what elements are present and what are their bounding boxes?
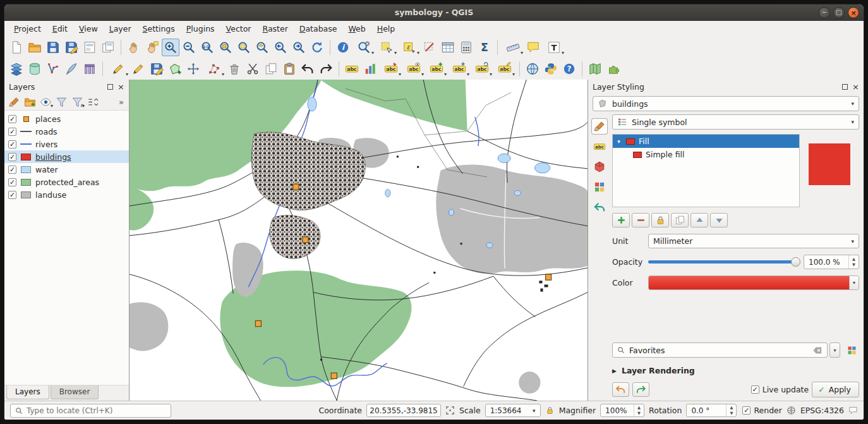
live-update-control[interactable]: ✓ Live update	[751, 385, 809, 394]
menu-plugins[interactable]: Plugins	[181, 22, 220, 35]
save-project-button[interactable]	[44, 39, 62, 56]
locate-bar[interactable]	[10, 404, 171, 418]
open-layer-styling-button[interactable]	[6, 94, 22, 109]
current-edits-button[interactable]: ▾	[107, 60, 129, 78]
lock-scale-icon[interactable]	[545, 406, 555, 415]
filter-legend-by-expression-button[interactable]: ▾	[69, 94, 85, 109]
symbol-search-box[interactable]	[612, 342, 828, 358]
slider-handle[interactable]	[791, 257, 800, 267]
clear-icon[interactable]	[812, 345, 823, 356]
menu-view[interactable]: View	[73, 22, 104, 35]
layer-checkbox[interactable]: ✓	[8, 191, 16, 199]
python-console-button[interactable]	[542, 60, 560, 78]
layer-checkbox[interactable]: ✓	[8, 140, 16, 148]
spin-arrows[interactable]: ▲▼	[634, 404, 644, 416]
layer-item-rivers[interactable]: ✓rivers	[4, 138, 129, 150]
extents-icon[interactable]	[445, 406, 455, 415]
pin-labels-button[interactable]: ▾	[380, 60, 402, 78]
layer-checkbox[interactable]: ✓	[8, 128, 16, 136]
copy-features-button[interactable]	[262, 60, 280, 78]
menu-layer[interactable]: Layer	[104, 22, 137, 35]
close-panel-icon[interactable]: ×	[118, 83, 124, 91]
osm-place-search-button[interactable]	[586, 60, 604, 78]
opacity-slider[interactable]	[648, 255, 799, 269]
float-panel-icon[interactable]	[107, 84, 113, 90]
layer-item-protected_areas[interactable]: ✓protected_areas	[4, 176, 129, 188]
duplicate-symbol-layer-button[interactable]	[671, 213, 689, 227]
show-layout-manager-button[interactable]	[99, 39, 117, 56]
diagrams-tab[interactable]	[592, 179, 607, 195]
deselect-features-button[interactable]	[421, 39, 438, 56]
close-button[interactable]: ×	[848, 7, 859, 18]
move-label-button[interactable]: ▾	[448, 60, 470, 78]
zoom-next-button[interactable]	[290, 39, 308, 56]
toolbar-overflow-icon[interactable]: »	[119, 97, 127, 107]
render-control[interactable]: ✓ Render	[742, 406, 782, 415]
menu-help[interactable]: Help	[371, 22, 401, 35]
menu-vector[interactable]: Vector	[220, 22, 257, 35]
rotate-label-button[interactable]: ▾	[471, 60, 493, 78]
style-manager-button[interactable]	[844, 343, 859, 358]
cut-features-button[interactable]	[244, 60, 262, 78]
spin-arrows[interactable]: ▲▼	[848, 255, 859, 269]
tab-layers[interactable]: Layers	[6, 385, 49, 399]
layer-rendering-section[interactable]: ▶ Layer Rendering	[612, 366, 859, 375]
messages-icon[interactable]	[848, 406, 858, 415]
filter-legend-button[interactable]	[54, 94, 69, 109]
symbology-tab[interactable]	[592, 119, 607, 134]
help-contents-button[interactable]	[560, 60, 578, 78]
map-tips-button[interactable]	[524, 39, 542, 56]
layer-checkbox[interactable]: ✓	[8, 115, 16, 123]
zoom-last-button[interactable]	[272, 39, 289, 56]
zoom-native-button[interactable]	[198, 39, 216, 56]
layer-item-roads[interactable]: ✓roads	[4, 125, 129, 138]
manage-map-themes-button[interactable]: ▾	[38, 94, 54, 109]
show-hide-labels-button[interactable]: ▾	[425, 60, 447, 78]
add-polygon-feature-button[interactable]	[166, 60, 184, 78]
menu-raster[interactable]: Raster	[256, 22, 293, 35]
renderer-combo[interactable]: Single symbol ▾	[612, 114, 859, 130]
view-3d-tab[interactable]	[592, 159, 607, 174]
measure-line-button[interactable]: ▾	[502, 39, 524, 56]
magnifier-spinbox[interactable]: 100% ▲▼	[600, 404, 644, 417]
open-data-source-manager-button[interactable]	[8, 60, 25, 78]
symbol-tree-item-fill[interactable]: ▾ Fill	[613, 135, 799, 148]
favorites-dropdown-button[interactable]: ▾	[829, 342, 840, 358]
layer-item-buildings[interactable]: ✓buildings	[4, 150, 129, 163]
symbol-search-input[interactable]	[629, 346, 809, 355]
scale-combo[interactable]: 1:53664 ▾	[485, 404, 541, 417]
render-checkbox[interactable]: ✓	[742, 406, 750, 415]
open-project-button[interactable]	[26, 39, 44, 56]
new-print-layout-button[interactable]	[81, 39, 99, 56]
color-button[interactable]: ▾	[648, 276, 859, 290]
undo-button[interactable]	[299, 60, 316, 78]
run-feature-action-button[interactable]: ▾	[353, 39, 375, 56]
unit-combo[interactable]: Millimeter ▾	[648, 234, 859, 248]
remove-symbol-layer-button[interactable]	[632, 213, 649, 227]
vertex-tool-button[interactable]: ▾	[203, 60, 225, 78]
maximize-button[interactable]: □	[833, 7, 845, 18]
crs-icon[interactable]	[787, 406, 796, 415]
pan-map-button[interactable]	[125, 39, 143, 56]
layer-checkbox[interactable]: ✓	[8, 178, 16, 186]
float-panel-icon[interactable]	[842, 84, 848, 90]
paste-features-button[interactable]	[280, 60, 298, 78]
symbol-tree-item-simple-fill[interactable]: Simple fill	[613, 148, 799, 161]
opacity-spinbox[interactable]: 100.0 % ▲▼	[804, 255, 859, 269]
new-geopackage-layer-button[interactable]	[26, 60, 44, 78]
apply-button[interactable]: ✓ Apply	[812, 382, 859, 397]
save-layer-edits-button[interactable]	[148, 60, 166, 78]
refresh-map-button[interactable]	[308, 39, 326, 56]
layer-checkbox[interactable]: ✓	[8, 153, 16, 161]
toggle-editing-button[interactable]	[130, 60, 147, 78]
identify-features-button[interactable]	[334, 39, 352, 56]
add-group-button[interactable]	[22, 94, 38, 109]
new-shapefile-layer-button[interactable]	[44, 60, 62, 78]
live-update-checkbox[interactable]: ✓	[751, 385, 759, 394]
select-features-button[interactable]: ▾	[375, 39, 397, 56]
menu-project[interactable]: Project	[8, 22, 47, 35]
save-project-as-button[interactable]	[63, 39, 80, 56]
select-by-expression-button[interactable]: ▾	[398, 39, 420, 56]
open-attribute-table-button[interactable]	[439, 39, 457, 56]
menu-web[interactable]: Web	[342, 22, 371, 35]
